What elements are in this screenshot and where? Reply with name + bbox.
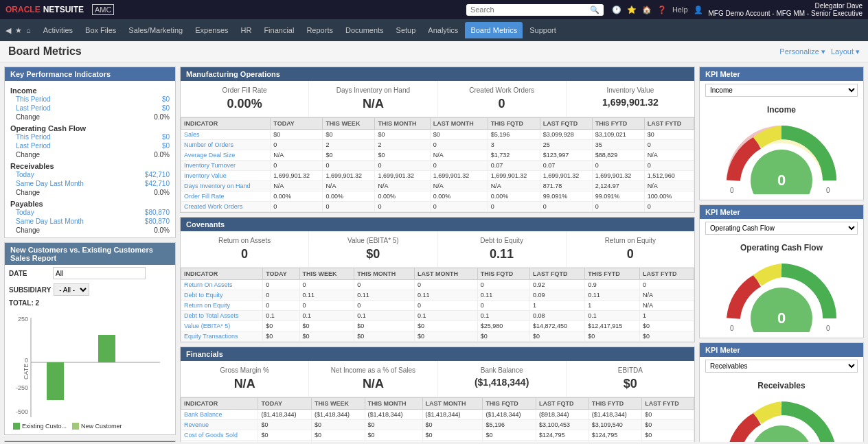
- mfg-th-this-week: THIS WEEK: [323, 118, 375, 130]
- nav-home-icon[interactable]: ⌂: [26, 26, 31, 35]
- row-cell: N/A: [644, 150, 694, 161]
- pay-today-label[interactable]: Today: [10, 209, 34, 216]
- manufacturing-metrics: Order Fill Rate 0.00% Days Inventory on …: [181, 81, 694, 117]
- nav-setup[interactable]: Setup: [391, 22, 422, 38]
- pay-same-day-label[interactable]: Same Day Last Month: [10, 218, 84, 225]
- row-cell: $3,109,021: [592, 130, 644, 140]
- row-cell: $0: [365, 430, 422, 441]
- row-indicator[interactable]: Gross Margin: [181, 441, 258, 443]
- nav-analytics[interactable]: Analytics: [422, 22, 464, 38]
- bar-existing-2[interactable]: [98, 335, 115, 362]
- bookmark-icon[interactable]: ★: [15, 26, 22, 35]
- row-indicator[interactable]: Debt to Equity: [181, 290, 263, 301]
- row-indicator[interactable]: Debt to Total Assets: [181, 311, 263, 321]
- row-indicator[interactable]: Days Inventory on Hand: [181, 181, 271, 191]
- row-cell: $0: [585, 331, 640, 342]
- row-cell: $5,196: [488, 130, 540, 140]
- nav-activities[interactable]: Activities: [38, 22, 78, 38]
- svg-text:-500: -500: [16, 408, 28, 415]
- subsidiary-filter-select[interactable]: - All -: [54, 283, 89, 296]
- search-bar[interactable]: 🔍: [466, 4, 604, 16]
- date-filter-input[interactable]: [53, 267, 146, 279]
- table-row: Return on Equity0000011N/A: [181, 301, 694, 311]
- subsidiary-filter-label: SUBSIDIARY: [9, 286, 51, 294]
- nav-documents[interactable]: Documents: [340, 22, 389, 38]
- row-indicator[interactable]: Order Fill Rate: [181, 191, 271, 202]
- row-indicator[interactable]: Bank Balance: [181, 410, 258, 420]
- star-icon[interactable]: ⭐: [627, 5, 637, 14]
- user-icon[interactable]: 👤: [694, 5, 703, 14]
- nav-support[interactable]: Support: [524, 22, 562, 38]
- rec-same-day-label[interactable]: Same Day Last Month: [10, 180, 84, 187]
- row-cell: ($1,418,344): [422, 410, 483, 420]
- nav-expenses[interactable]: Expenses: [190, 22, 233, 38]
- home-icon[interactable]: 🏠: [642, 5, 652, 14]
- metric-days-inventory: Days Inventory on Hand N/A: [309, 81, 437, 117]
- row-indicator[interactable]: Inventory Turnover: [181, 161, 271, 171]
- manufacturing-table: INDICATOR TODAY THIS WEEK THIS MONTH LAS…: [181, 117, 694, 212]
- row-cell: 0: [639, 280, 694, 290]
- row-cell: N/A: [323, 181, 375, 191]
- fin-gross-margin-value: N/A: [189, 377, 300, 391]
- table-row: Created Work Orders00000000: [181, 202, 694, 212]
- income-label: Income: [10, 86, 170, 95]
- top-right: 🕐 ⭐ 🏠 ❓ Help 👤 Delegator Dave MFG Demo A…: [612, 2, 863, 17]
- row-indicator[interactable]: Number of Orders: [181, 140, 271, 150]
- row-indicator[interactable]: Equity Transactions: [181, 331, 263, 342]
- nav-sales-marketing[interactable]: Sales/Marketing: [123, 22, 188, 38]
- cov-metric-debt-equity: Debt to Equity 0.11: [438, 231, 567, 267]
- row-cell: 0.1: [299, 311, 354, 321]
- row-cell: 0.00%: [323, 191, 375, 202]
- row-cell: $124,795: [589, 430, 642, 441]
- rec-same-day-row: Same Day Last Month $42,710: [10, 179, 170, 188]
- row-indicator[interactable]: Return On Assets: [181, 280, 263, 290]
- row-indicator[interactable]: Cost of Goods Sold: [181, 430, 258, 441]
- cov-th-today: TODAY: [263, 268, 299, 280]
- row-indicator[interactable]: Revenue: [181, 420, 258, 430]
- ocf-last-period-row: Last Period $0: [10, 141, 170, 150]
- table-row: Return On Assets000000.920.90: [181, 280, 694, 290]
- nav-hr[interactable]: HR: [236, 22, 258, 38]
- row-indicator[interactable]: Return on Equity: [181, 301, 263, 311]
- row-cell: $123,997: [540, 150, 592, 161]
- covenants-table: INDICATOR TODAY THIS WEEK THIS MONTH LAS…: [181, 268, 694, 342]
- back-icon[interactable]: ◀: [5, 26, 11, 35]
- row-indicator[interactable]: Sales: [181, 130, 271, 140]
- nav-reports[interactable]: Reports: [301, 22, 339, 38]
- rec-today-label[interactable]: Today: [10, 171, 34, 178]
- row-cell: 35: [592, 140, 644, 150]
- row-indicator[interactable]: Created Work Orders: [181, 202, 271, 212]
- gauge-income-title: Income: [767, 105, 796, 115]
- customer-header: New Customers vs. Existing Customers Sal…: [5, 243, 175, 265]
- row-indicator[interactable]: Inventory Value: [181, 171, 271, 181]
- nav-board-metrics[interactable]: Board Metrics: [465, 22, 523, 38]
- row-cell: $0: [529, 331, 584, 342]
- nav-box-files[interactable]: Box Files: [80, 22, 122, 38]
- covenants-metrics: Return on Assets 0 Value (EBITA* 5) $0 D…: [181, 231, 694, 268]
- row-indicator[interactable]: Average Deal Size: [181, 150, 271, 161]
- ocf-last-period-label[interactable]: Last Period: [10, 142, 51, 150]
- income-this-period-label[interactable]: This Period: [10, 95, 51, 103]
- cov-th-this-month: THIS MONTH: [354, 268, 415, 280]
- row-cell: $3,100,453: [536, 420, 589, 430]
- help-icon[interactable]: ❓: [657, 5, 667, 14]
- row-indicator[interactable]: Value (EBITA* 5): [181, 321, 263, 331]
- bar-existing-1[interactable]: [47, 362, 64, 400]
- svg-text:0: 0: [730, 325, 734, 332]
- income-last-period-label[interactable]: Last Period: [10, 104, 51, 112]
- history-icon[interactable]: 🕐: [612, 5, 621, 14]
- user-role: MFG Demo Account - MFG MM - Senior Execu…: [709, 10, 863, 17]
- personalize-button[interactable]: Personalize ▾: [779, 47, 825, 56]
- layout-button[interactable]: Layout ▾: [831, 47, 860, 56]
- user-name: Delegator Dave: [709, 2, 863, 10]
- row-cell: 0: [271, 161, 323, 171]
- financials-table: INDICATOR TODAY THIS WEEK THIS MONTH LAS…: [181, 397, 694, 442]
- row-cell: 0.00%: [271, 191, 323, 202]
- kpi-meter-ocf-select[interactable]: Income Operating Cash Flow Receivables: [705, 222, 858, 235]
- cov-th-indicator: INDICATOR: [181, 268, 263, 280]
- kpi-meter-income-select[interactable]: Income Operating Cash Flow Receivables: [705, 84, 858, 97]
- ocf-this-period-label[interactable]: This Period: [10, 133, 51, 141]
- search-input[interactable]: [470, 5, 590, 14]
- nav-financial[interactable]: Financial: [258, 22, 299, 38]
- kpi-meter-rec-select[interactable]: Income Operating Cash Flow Receivables: [705, 360, 858, 373]
